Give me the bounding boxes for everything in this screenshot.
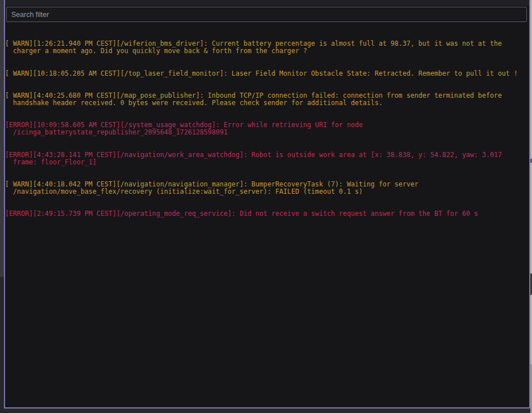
search-filter-input[interactable] — [6, 7, 527, 22]
log-entry: [ WARN][10:18:05.205 AM CEST][/top_laser… — [5, 70, 529, 77]
log-console[interactable]: [ WARN][1:26:21.940 PM CEST][/wiferion_b… — [5, 25, 529, 382]
log-entry: [ERROR][10:09:58.605 AM CEST][/system_us… — [5, 121, 529, 136]
log-entry: [ WARN][4:40:18.042 PM CEST][/navigation… — [5, 181, 529, 195]
desktop-edge-top — [0, 0, 4, 277]
panel-header-strip — [5, 0, 529, 6]
window-bottom-edge — [4, 408, 530, 413]
log-entry: [ERROR][4:43:28.141 PM CEST][/navigation… — [5, 151, 529, 166]
log-entry: [ WARN][4:40:25.680 PM CEST][/map_pose_p… — [5, 92, 529, 107]
log-entry: [ERROR][2:49:15.739 PM CEST][/operating_… — [5, 210, 529, 218]
log-entry: [ WARN][1:26:21.940 PM CEST][/wiferion_b… — [5, 40, 529, 55]
desktop-edge-bottom — [0, 277, 4, 413]
log-console-panel: [ WARN][1:26:21.940 PM CEST][/wiferion_b… — [4, 0, 530, 408]
